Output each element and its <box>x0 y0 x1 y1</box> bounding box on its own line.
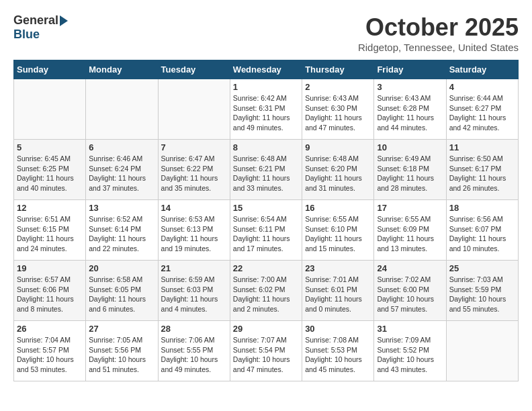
day-info: Sunrise: 6:43 AM Sunset: 6:30 PM Dayligh… <box>305 93 371 133</box>
calendar-cell: 9Sunrise: 6:48 AM Sunset: 6:20 PM Daylig… <box>302 140 374 200</box>
day-number: 9 <box>305 142 371 152</box>
day-info: Sunrise: 6:48 AM Sunset: 6:20 PM Dayligh… <box>305 154 371 193</box>
calendar-cell <box>14 79 86 140</box>
title-section: October 2025 Ridgetop, Tennessee, United… <box>358 13 519 53</box>
day-number: 14 <box>161 203 227 213</box>
calendar-cell: 12Sunrise: 6:51 AM Sunset: 6:15 PM Dayli… <box>14 200 86 261</box>
day-info: Sunrise: 6:51 AM Sunset: 6:15 PM Dayligh… <box>17 214 83 254</box>
day-info: Sunrise: 6:47 AM Sunset: 6:22 PM Dayligh… <box>161 154 227 193</box>
day-info: Sunrise: 7:08 AM Sunset: 5:53 PM Dayligh… <box>305 335 371 375</box>
calendar-cell: 7Sunrise: 6:47 AM Sunset: 6:22 PM Daylig… <box>158 140 230 200</box>
day-info: Sunrise: 6:44 AM Sunset: 6:27 PM Dayligh… <box>449 93 515 133</box>
day-number: 18 <box>449 203 515 213</box>
day-number: 7 <box>161 142 227 152</box>
calendar-cell: 24Sunrise: 7:02 AM Sunset: 6:00 PM Dayli… <box>374 261 446 321</box>
day-number: 26 <box>17 324 83 334</box>
calendar-week-row: 26Sunrise: 7:04 AM Sunset: 5:57 PM Dayli… <box>14 321 519 381</box>
calendar-cell: 11Sunrise: 6:50 AM Sunset: 6:17 PM Dayli… <box>446 140 518 200</box>
day-number: 20 <box>89 263 154 273</box>
calendar-cell: 6Sunrise: 6:46 AM Sunset: 6:24 PM Daylig… <box>86 140 158 200</box>
calendar-cell: 18Sunrise: 6:56 AM Sunset: 6:07 PM Dayli… <box>446 200 518 261</box>
weekday-header-friday: Friday <box>374 60 446 79</box>
day-info: Sunrise: 6:46 AM Sunset: 6:24 PM Dayligh… <box>89 154 154 193</box>
day-number: 2 <box>305 82 371 92</box>
day-info: Sunrise: 7:01 AM Sunset: 6:01 PM Dayligh… <box>305 275 371 314</box>
logo-blue-text: Blue <box>13 28 40 42</box>
day-number: 4 <box>449 82 515 92</box>
calendar-week-row: 19Sunrise: 6:57 AM Sunset: 6:06 PM Dayli… <box>14 261 519 321</box>
calendar-cell: 20Sunrise: 6:58 AM Sunset: 6:05 PM Dayli… <box>86 261 158 321</box>
calendar-cell <box>158 79 230 140</box>
day-info: Sunrise: 6:53 AM Sunset: 6:13 PM Dayligh… <box>161 214 227 254</box>
calendar-cell: 28Sunrise: 7:06 AM Sunset: 5:55 PM Dayli… <box>158 321 230 381</box>
calendar-cell: 21Sunrise: 6:59 AM Sunset: 6:03 PM Dayli… <box>158 261 230 321</box>
page-header: General Blue October 2025 Ridgetop, Tenn… <box>13 13 519 53</box>
calendar-cell: 30Sunrise: 7:08 AM Sunset: 5:53 PM Dayli… <box>302 321 374 381</box>
day-number: 1 <box>233 82 299 92</box>
day-number: 3 <box>377 82 443 92</box>
weekday-header-tuesday: Tuesday <box>158 60 230 79</box>
calendar-cell: 25Sunrise: 7:03 AM Sunset: 5:59 PM Dayli… <box>446 261 518 321</box>
day-number: 11 <box>449 142 515 152</box>
weekday-header-monday: Monday <box>86 60 158 79</box>
day-number: 12 <box>17 203 83 213</box>
calendar-cell: 3Sunrise: 6:43 AM Sunset: 6:28 PM Daylig… <box>374 79 446 140</box>
calendar-cell: 2Sunrise: 6:43 AM Sunset: 6:30 PM Daylig… <box>302 79 374 140</box>
logo-arrow-icon <box>60 15 68 26</box>
day-number: 29 <box>233 324 299 334</box>
day-number: 28 <box>161 324 227 334</box>
day-info: Sunrise: 7:00 AM Sunset: 6:02 PM Dayligh… <box>233 275 299 314</box>
calendar-cell: 16Sunrise: 6:55 AM Sunset: 6:10 PM Dayli… <box>302 200 374 261</box>
day-number: 5 <box>17 142 83 152</box>
calendar-week-row: 5Sunrise: 6:45 AM Sunset: 6:25 PM Daylig… <box>14 140 519 200</box>
day-number: 30 <box>305 324 371 334</box>
day-info: Sunrise: 6:56 AM Sunset: 6:07 PM Dayligh… <box>449 214 515 254</box>
day-info: Sunrise: 6:50 AM Sunset: 6:17 PM Dayligh… <box>449 154 515 193</box>
weekday-header-sunday: Sunday <box>14 60 86 79</box>
calendar-cell: 14Sunrise: 6:53 AM Sunset: 6:13 PM Dayli… <box>158 200 230 261</box>
calendar-cell: 10Sunrise: 6:49 AM Sunset: 6:18 PM Dayli… <box>374 140 446 200</box>
day-number: 19 <box>17 263 83 273</box>
day-number: 8 <box>233 142 299 152</box>
day-info: Sunrise: 6:45 AM Sunset: 6:25 PM Dayligh… <box>17 154 83 193</box>
calendar-week-row: 12Sunrise: 6:51 AM Sunset: 6:15 PM Dayli… <box>14 200 519 261</box>
day-info: Sunrise: 6:43 AM Sunset: 6:28 PM Dayligh… <box>377 93 443 133</box>
day-info: Sunrise: 6:58 AM Sunset: 6:05 PM Dayligh… <box>89 275 154 314</box>
day-number: 23 <box>305 263 371 273</box>
day-number: 22 <box>233 263 299 273</box>
day-number: 31 <box>377 324 443 334</box>
day-info: Sunrise: 6:49 AM Sunset: 6:18 PM Dayligh… <box>377 154 443 193</box>
day-info: Sunrise: 7:05 AM Sunset: 5:56 PM Dayligh… <box>89 335 154 375</box>
day-number: 17 <box>377 203 443 213</box>
day-info: Sunrise: 7:04 AM Sunset: 5:57 PM Dayligh… <box>17 335 83 375</box>
calendar-cell: 8Sunrise: 6:48 AM Sunset: 6:21 PM Daylig… <box>230 140 302 200</box>
day-info: Sunrise: 7:09 AM Sunset: 5:52 PM Dayligh… <box>377 335 443 375</box>
calendar-cell: 26Sunrise: 7:04 AM Sunset: 5:57 PM Dayli… <box>14 321 86 381</box>
day-number: 27 <box>89 324 154 334</box>
calendar-cell: 1Sunrise: 6:42 AM Sunset: 6:31 PM Daylig… <box>230 79 302 140</box>
day-number: 10 <box>377 142 443 152</box>
day-info: Sunrise: 6:55 AM Sunset: 6:09 PM Dayligh… <box>377 214 443 254</box>
day-number: 15 <box>233 203 299 213</box>
calendar-cell: 29Sunrise: 7:07 AM Sunset: 5:54 PM Dayli… <box>230 321 302 381</box>
calendar-cell: 22Sunrise: 7:00 AM Sunset: 6:02 PM Dayli… <box>230 261 302 321</box>
day-number: 21 <box>161 263 227 273</box>
calendar-cell: 5Sunrise: 6:45 AM Sunset: 6:25 PM Daylig… <box>14 140 86 200</box>
calendar-cell: 17Sunrise: 6:55 AM Sunset: 6:09 PM Dayli… <box>374 200 446 261</box>
logo-general-text: General <box>13 13 58 28</box>
location-text: Ridgetop, Tennessee, United States <box>358 42 519 53</box>
day-number: 6 <box>89 142 154 152</box>
weekday-header-wednesday: Wednesday <box>230 60 302 79</box>
day-info: Sunrise: 7:03 AM Sunset: 5:59 PM Dayligh… <box>449 275 515 314</box>
day-info: Sunrise: 6:48 AM Sunset: 6:21 PM Dayligh… <box>233 154 299 193</box>
day-info: Sunrise: 7:06 AM Sunset: 5:55 PM Dayligh… <box>161 335 227 375</box>
calendar-cell: 13Sunrise: 6:52 AM Sunset: 6:14 PM Dayli… <box>86 200 158 261</box>
calendar-cell <box>446 321 518 381</box>
day-info: Sunrise: 7:07 AM Sunset: 5:54 PM Dayligh… <box>233 335 299 375</box>
day-info: Sunrise: 6:59 AM Sunset: 6:03 PM Dayligh… <box>161 275 227 314</box>
month-title: October 2025 <box>358 13 519 42</box>
weekday-header-row: SundayMondayTuesdayWednesdayThursdayFrid… <box>14 60 519 79</box>
day-number: 16 <box>305 203 371 213</box>
calendar-cell: 4Sunrise: 6:44 AM Sunset: 6:27 PM Daylig… <box>446 79 518 140</box>
day-number: 13 <box>89 203 154 213</box>
